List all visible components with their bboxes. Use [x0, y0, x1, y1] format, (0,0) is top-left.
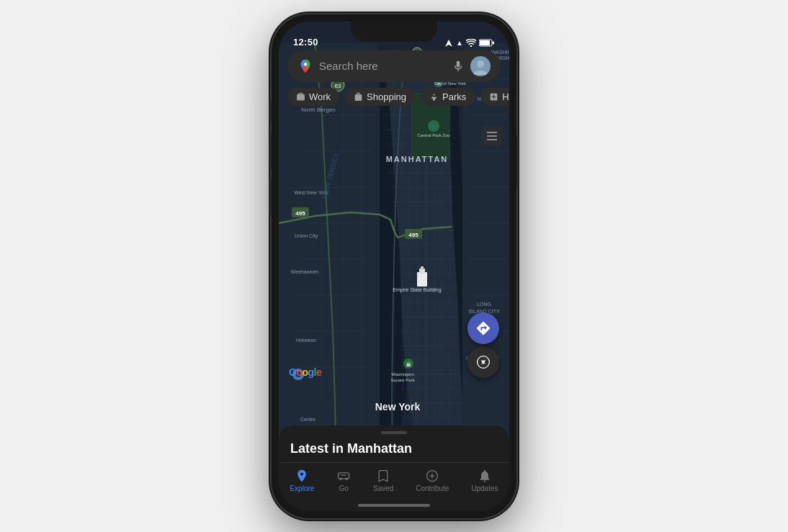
svg-text:🏛: 🏛	[406, 361, 411, 367]
svg-rect-66	[421, 266, 424, 270]
chip-work-label: Work	[309, 91, 331, 102]
contribute-icon	[425, 469, 439, 483]
svg-text:Weehawken: Weehawken	[291, 269, 319, 274]
go-icon	[336, 469, 351, 483]
svg-text:495: 495	[408, 232, 418, 238]
svg-text:🐾: 🐾	[430, 123, 437, 130]
chip-hospitals[interactable]: Hospit...	[480, 88, 509, 106]
search-placeholder: Search here	[319, 60, 446, 72]
search-bar[interactable]: Search here	[287, 50, 501, 82]
svg-marker-104	[445, 40, 452, 47]
phone-screen: 495 495 278 63 MANHATTAN	[279, 22, 509, 511]
svg-text:Union City: Union City	[295, 233, 318, 239]
user-avatar-image	[470, 56, 491, 76]
avatar[interactable]	[470, 56, 491, 76]
bottom-sheet: Latest in Manhattan Explore	[279, 425, 509, 511]
my-location-button[interactable]	[467, 346, 499, 378]
nav-saved-label: Saved	[373, 484, 393, 492]
compass-icon	[476, 355, 491, 369]
svg-text:New York: New York	[375, 401, 421, 412]
svg-text:MANHATTAN: MANHATTAN	[386, 155, 449, 163]
svg-point-105	[470, 45, 472, 46]
svg-text:Central Park Zoo: Central Park Zoo	[417, 133, 450, 137]
chip-parks-label: Parks	[442, 91, 466, 102]
svg-text:Centre: Centre	[300, 417, 315, 422]
chip-work[interactable]: Work	[287, 88, 339, 106]
shopping-icon	[354, 92, 363, 102]
svg-point-111	[477, 60, 484, 68]
nav-go-label: Go	[339, 484, 349, 492]
status-icons: ▲	[444, 39, 495, 48]
nav-item-updates[interactable]: Updates	[462, 467, 506, 494]
chips-row: Work Shopping Parks	[279, 88, 509, 106]
chip-shopping[interactable]: Shopping	[345, 88, 415, 106]
chip-shopping-label: Shopping	[367, 91, 406, 102]
saved-icon	[376, 469, 390, 483]
google-logo: Google	[289, 366, 321, 378]
nav-explore-label: Explore	[290, 484, 314, 492]
home-indicator	[358, 504, 430, 507]
volume-down-button[interactable]	[269, 133, 272, 169]
map-area[interactable]: 495 495 278 63 MANHATTAN	[279, 22, 509, 511]
google-maps-logo	[297, 58, 313, 74]
hospital-icon	[489, 92, 498, 102]
microphone-icon[interactable]	[452, 60, 465, 73]
signal-icon: ▲	[456, 39, 463, 47]
volume-up-button[interactable]	[269, 101, 272, 122]
nav-item-go[interactable]: Go	[328, 467, 359, 494]
phone-frame: 495 495 278 63 MANHATTAN	[272, 14, 516, 518]
svg-rect-108	[493, 42, 495, 45]
chip-parks[interactable]: Parks	[421, 88, 475, 106]
svg-text:Square Park: Square Park	[390, 378, 415, 382]
svg-text:Washington: Washington	[391, 372, 413, 377]
svg-text:Hoboken: Hoboken	[296, 338, 316, 343]
wifi-icon	[466, 39, 476, 48]
parks-icon	[429, 92, 439, 102]
nav-item-contribute[interactable]: Contribute	[407, 467, 457, 494]
status-time: 12:50	[293, 37, 318, 48]
explore-icon	[295, 469, 309, 483]
navigation-icon	[444, 39, 453, 48]
nav-updates-label: Updates	[471, 484, 498, 492]
svg-point-114	[339, 477, 341, 479]
battery-icon	[479, 39, 495, 47]
work-icon	[296, 92, 305, 102]
nav-contribute-label: Contribute	[416, 484, 449, 492]
svg-text:North Bergen: North Bergen	[301, 107, 336, 113]
svg-rect-107	[480, 40, 490, 45]
sheet-handle	[381, 431, 407, 434]
bottom-nav: Explore Go	[279, 462, 509, 497]
svg-point-109	[304, 62, 308, 66]
svg-point-115	[346, 477, 348, 479]
chip-hospitals-label: Hospit...	[502, 91, 509, 102]
nav-item-saved[interactable]: Saved	[364, 467, 402, 494]
notch	[351, 22, 437, 42]
power-button[interactable]	[516, 137, 519, 187]
sheet-title: Latest in Manhattan	[279, 441, 509, 462]
svg-text:Empire State Building: Empire State Building	[393, 287, 441, 293]
svg-text:495: 495	[295, 210, 305, 217]
directions-icon	[475, 320, 491, 336]
updates-icon	[478, 469, 492, 483]
svg-text:LONG: LONG	[477, 302, 491, 307]
nav-item-explore[interactable]: Explore	[281, 467, 323, 494]
directions-button[interactable]	[467, 312, 499, 344]
silent-switch[interactable]	[269, 179, 272, 215]
